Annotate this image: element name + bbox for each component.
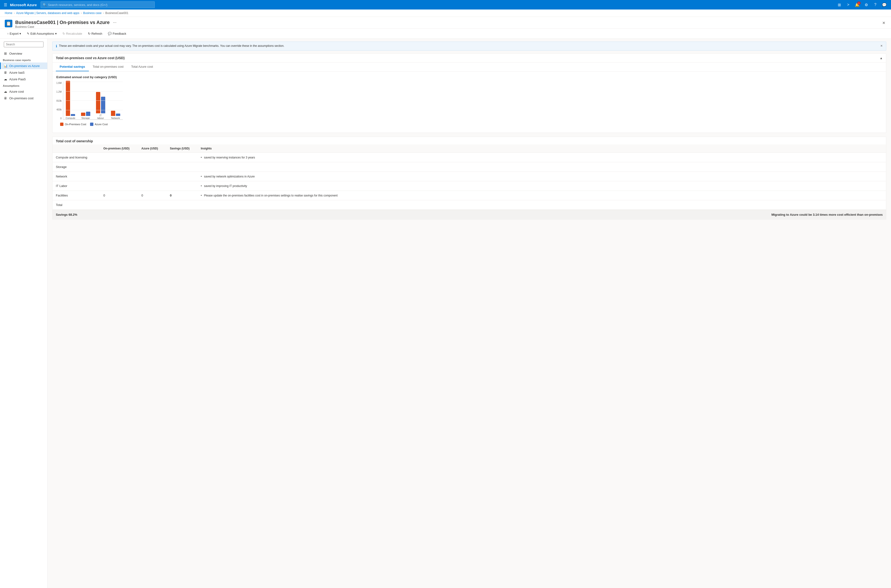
row-network-onprem — [100, 172, 138, 181]
y-axis-labels: 1.6M 1.2M 810k 400k 0 — [56, 82, 63, 120]
collapse-icon[interactable]: ▲ — [880, 56, 883, 60]
breadcrumb-business-case[interactable]: Business case — [83, 11, 102, 15]
row-total-insight — [198, 200, 886, 210]
sidebar-search-container — [2, 40, 45, 48]
chart-wrapper: 1.6M 1.2M 810k 400k 0 — [56, 82, 123, 120]
network-azure-bar — [116, 114, 120, 116]
row-network-savings — [166, 172, 198, 181]
row-total-savings — [166, 200, 198, 210]
sidebar-item-azure-paas[interactable]: ☁ Azure PaaS — [0, 76, 47, 82]
cost-section: Total on-premises cost vs Azure cost (US… — [52, 54, 886, 133]
page-title: BusinessCase001 | On-premises vs Azure — [15, 20, 110, 25]
table-row: Compute and licensing • saved by reservi… — [52, 153, 886, 162]
sidebar-item-azure-cost[interactable]: ☁ Azure cost — [0, 88, 47, 95]
savings-footer: Savings 68.2% Migrating to Azure could b… — [52, 210, 886, 219]
row-facilities-insight: • Please update the on-premises faciliti… — [198, 191, 886, 200]
table-row: Storage — [52, 162, 886, 172]
savings-percentage: Savings 68.2% — [56, 213, 771, 216]
app-brand: Microsoft Azure — [10, 3, 37, 7]
tab-total-azure[interactable]: Total Azure cost — [128, 63, 157, 71]
info-banner: ℹ These are estimated costs and your act… — [52, 42, 886, 51]
portal-icon[interactable]: ⊞ — [836, 1, 843, 9]
row-facilities-azure: 0 — [138, 191, 166, 200]
table-row: Facilities 0 0 0 • Please update the on-… — [52, 191, 886, 200]
global-search-bar[interactable]: 🔍 — [40, 2, 154, 8]
sidebar-assumptions-section-label: Assumptions — [0, 82, 47, 88]
close-icon[interactable]: ✕ — [881, 20, 886, 26]
col-header-savings: Savings (USD) — [166, 144, 198, 153]
tab-potential-savings[interactable]: Potential savings — [56, 63, 89, 71]
row-network-azure — [138, 172, 166, 181]
recalculate-icon: ↻ — [63, 32, 65, 35]
notifications-icon[interactable]: 🔔 1 — [854, 1, 861, 9]
row-storage-insight — [198, 162, 886, 172]
bar-group-it-labour: ITlabour — [96, 92, 105, 120]
top-navigation: ☰ Microsoft Azure 🔍 ⊞ > 🔔 1 ⚙ ? 💬 — [0, 0, 891, 9]
network-onprem-bar — [111, 111, 115, 116]
on-prem-legend-color — [60, 123, 63, 126]
it-labour-azure-bar — [101, 97, 105, 113]
bar-group-network: Network — [111, 111, 120, 120]
help-icon[interactable]: ? — [872, 1, 879, 9]
feedback-button[interactable]: 💬 Feedback — [105, 31, 129, 37]
tco-table: On-premises (USD) Azure (USD) Savings (U… — [52, 144, 886, 210]
sidebar-item-overview[interactable]: ⊞ Overview — [0, 50, 47, 57]
table-row: Network • saved by network optimizations… — [52, 172, 886, 181]
row-compute-onprem — [100, 153, 138, 162]
hamburger-menu[interactable]: ☰ — [3, 2, 8, 8]
section-title: Total on-premises cost vs Azure cost (US… — [56, 56, 124, 60]
sidebar-item-azure-iaas[interactable]: 🖥 Azure IaaS — [0, 69, 47, 76]
refresh-icon: ↻ — [88, 32, 90, 35]
global-search-input[interactable] — [48, 3, 153, 7]
row-total-azure — [138, 200, 166, 210]
compute-azure-bar — [71, 114, 75, 116]
azure-legend-color — [90, 123, 93, 126]
notification-badge: 1 — [857, 2, 861, 5]
row-compute-insight: • saved by reserving instances for 3 yea… — [198, 153, 886, 162]
recalculate-button[interactable]: ↻ Recalculate — [60, 31, 85, 37]
cloud-shell-icon[interactable]: > — [844, 1, 852, 9]
tab-total-on-premises[interactable]: Total on-premises cost — [89, 63, 128, 71]
sidebar: ⊞ Overview Business case reports 📊 On-pr… — [0, 39, 48, 588]
sidebar-item-on-premises-vs-azure[interactable]: 📊 On-premises vs Azure — [0, 63, 47, 69]
col-header-name — [52, 144, 100, 153]
legend-on-prem: On-Premises Cost — [60, 123, 86, 126]
page-icon: 📋 — [5, 20, 12, 27]
sidebar-item-on-premises-cost[interactable]: 🖥 On-premises cost — [0, 95, 47, 102]
export-icon: ↑ — [7, 32, 9, 35]
storage-onprem-bar — [81, 112, 85, 116]
settings-icon[interactable]: ⚙ — [862, 1, 870, 9]
refresh-button[interactable]: ↻ Refresh — [86, 31, 105, 37]
export-button[interactable]: ↑ Export ▾ — [5, 31, 24, 37]
col-header-azure: Azure (USD) — [138, 144, 166, 153]
row-total-name: Total — [52, 200, 100, 210]
breadcrumb-azure-migrate[interactable]: Azure Migrate | Servers, databases and w… — [16, 11, 80, 15]
more-options-icon[interactable]: ··· — [111, 20, 118, 25]
iaas-icon: 🖥 — [4, 70, 8, 74]
sidebar-search-input[interactable] — [4, 42, 44, 47]
info-banner-close[interactable]: ✕ — [880, 44, 883, 48]
paas-icon: ☁ — [4, 77, 8, 81]
breadcrumb-home[interactable]: Home — [5, 11, 12, 15]
azure-cost-icon: ☁ — [4, 90, 8, 93]
row-network-insight: • saved by network optimizations in Azur… — [198, 172, 886, 181]
row-it-labor-azure — [138, 181, 166, 191]
assumptions-chevron-icon: ▾ — [55, 32, 57, 35]
nav-icons: ⊞ > 🔔 1 ⚙ ? 💬 — [836, 1, 888, 9]
edit-icon: ✎ — [27, 32, 30, 35]
feedback-icon[interactable]: 💬 — [880, 1, 888, 9]
overview-icon: ⊞ — [4, 51, 8, 56]
row-it-labor-onprem — [100, 181, 138, 191]
it-labour-onprem-bar — [96, 92, 100, 113]
main-layout: ⊞ Overview Business case reports 📊 On-pr… — [0, 39, 891, 588]
row-compute-name: Compute and licensing — [52, 153, 100, 162]
row-facilities-savings: 0 — [166, 191, 198, 200]
edit-assumptions-button[interactable]: ✎ Edit Assumptions ▾ — [24, 31, 59, 37]
row-it-labor-savings — [166, 181, 198, 191]
bar-chart-area: 1.6M 1.2M 810k 400k 0 — [56, 82, 123, 129]
bar-group-compute: Compute — [66, 81, 75, 120]
row-storage-savings — [166, 162, 198, 172]
info-icon: ℹ — [56, 44, 57, 48]
row-storage-name: Storage — [52, 162, 100, 172]
tco-title: Total cost of ownership — [56, 139, 93, 143]
